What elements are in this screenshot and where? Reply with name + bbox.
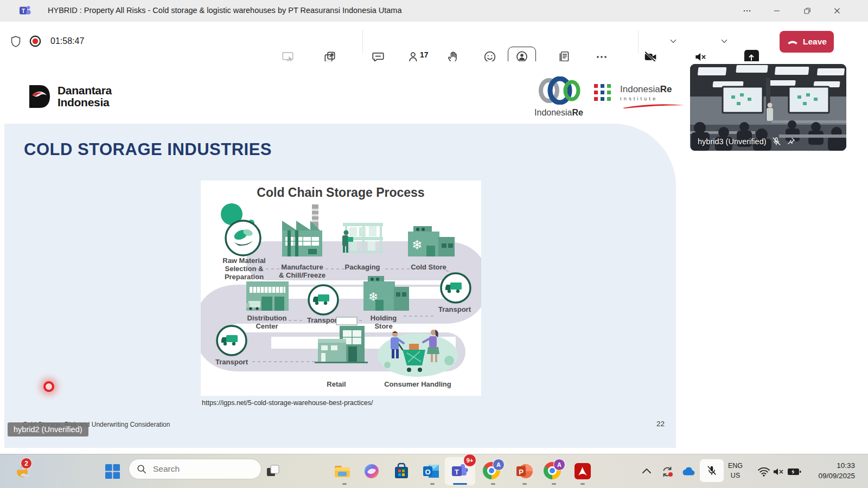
stage-label: Manufacture xyxy=(281,263,323,271)
onedrive-icon[interactable] xyxy=(681,466,695,477)
indonesiare-word: Indonesia xyxy=(534,108,572,117)
indonesiare-rings-icon xyxy=(533,76,585,105)
teams-taskbar-button[interactable]: T 9+ xyxy=(445,457,475,485)
tray-expand-chevron-icon[interactable] xyxy=(642,467,652,475)
minimize-button[interactable] xyxy=(769,3,785,18)
language-code: ENG xyxy=(728,461,743,471)
laser-pointer-dot xyxy=(43,381,54,392)
task-view-icon[interactable] xyxy=(266,464,280,478)
minimize-icon xyxy=(773,7,781,15)
stage-label: Transport xyxy=(215,358,248,366)
windows-taskbar: 2 xyxy=(0,454,868,488)
indonesiare-logo: IndonesiaRe xyxy=(532,76,586,118)
taskbar-search[interactable] xyxy=(129,459,261,479)
tray-mic-muted-button[interactable] xyxy=(700,459,724,482)
start-button-icon[interactable] xyxy=(105,464,120,479)
danantara-wordmark-line1: Danantara xyxy=(58,85,112,97)
hang-up-icon xyxy=(787,36,799,48)
shared-screen: Danantara Indonesia IndonesiaRe Indonesi… xyxy=(0,61,868,454)
wifi-icon[interactable] xyxy=(757,466,770,477)
clock[interactable]: 10:33 09/09/2025 xyxy=(797,460,855,481)
pin-icon[interactable] xyxy=(786,137,796,146)
slide-page-number: 22 xyxy=(656,420,665,428)
running-indicator xyxy=(580,483,585,485)
institute-sub: Institute xyxy=(620,95,685,101)
meeting-timer: 01:58:47 xyxy=(50,36,84,46)
active-app-indicator xyxy=(453,483,467,485)
danantara-mark-icon xyxy=(27,84,52,109)
restore-button[interactable] xyxy=(799,3,815,18)
ellipsis-icon xyxy=(743,7,751,15)
close-icon xyxy=(833,7,841,15)
diagram-title: Cold Chain Storage Process xyxy=(257,185,424,200)
tray-time: 10:33 xyxy=(797,460,855,471)
weather-widget[interactable]: 2 xyxy=(12,460,36,484)
shield-icon[interactable] xyxy=(10,35,22,48)
powerpoint-icon[interactable]: P xyxy=(515,462,534,480)
stage-label: & Chill/Freeze xyxy=(279,271,326,279)
profile-badge: A xyxy=(553,459,565,471)
window-more-button[interactable] xyxy=(739,3,755,18)
chrome-icon[interactable]: A xyxy=(483,462,501,480)
institute-dots-icon xyxy=(594,84,616,102)
stage-label: Center xyxy=(256,322,278,330)
indonesiare-institute-logo: IndonesiaRe Institute xyxy=(594,84,685,111)
teams-notification-badge: 9+ xyxy=(463,454,476,467)
stage-label: Packaging xyxy=(344,263,380,271)
stage-label: Holding xyxy=(371,314,397,322)
tray-mic-off-icon xyxy=(706,465,718,477)
svg-text:O: O xyxy=(425,468,430,476)
stage-label: Cold Store xyxy=(411,263,446,271)
search-input[interactable] xyxy=(152,464,241,474)
mic-chevron-down-icon[interactable] xyxy=(720,37,729,46)
svg-text:P: P xyxy=(519,468,524,476)
restore-icon xyxy=(803,7,811,15)
meeting-toolbar: 01:58:47 Take control Pop out Chat Peopl… xyxy=(0,22,868,62)
snowflake-icon: ❄ xyxy=(412,237,423,252)
indonesiare-re: Re xyxy=(572,108,583,117)
running-indicator xyxy=(552,483,556,485)
window-title: HYBRID : Property All Risks - Cold stora… xyxy=(48,6,402,15)
cold-chain-diagram-image: Cold Chain Storage Process xyxy=(201,181,481,396)
outlook-icon[interactable]: O xyxy=(422,462,441,480)
stage-label: Store xyxy=(374,322,392,330)
mic-off-icon xyxy=(771,137,781,146)
region-code: US xyxy=(728,471,743,480)
stage-label: Selection & xyxy=(225,265,264,273)
stage-label: Transport xyxy=(438,305,471,313)
people-count: 17 xyxy=(420,50,429,59)
profile-badge: A xyxy=(493,459,505,471)
tray-date: 09/09/2025 xyxy=(797,471,855,481)
stage-label: Retail xyxy=(327,380,346,388)
microsoft-store-icon[interactable] xyxy=(392,462,411,480)
file-explorer-icon[interactable] xyxy=(333,462,352,480)
stage-label: Transport xyxy=(307,316,340,324)
participant-floating-label: hybrid2 (Unverified) xyxy=(8,422,88,436)
search-icon xyxy=(137,464,146,474)
running-indicator xyxy=(522,483,527,485)
leave-button[interactable]: Leave xyxy=(780,31,834,53)
volume-muted-icon[interactable] xyxy=(773,466,786,477)
camera-chevron-down-icon[interactable] xyxy=(669,37,678,46)
institute-word: Indonesia xyxy=(620,84,660,94)
leave-label: Leave xyxy=(803,37,827,47)
title-bar: T HYBRID : Property All Risks - Cold sto… xyxy=(0,0,868,22)
teams-logo-icon: T xyxy=(20,5,31,17)
transport-truck-icon xyxy=(441,273,470,303)
participant-video-tile[interactable]: hybrid3 (Unverified) xyxy=(690,64,846,151)
sync-icon[interactable] xyxy=(661,465,674,478)
chrome-icon-second[interactable]: A xyxy=(544,462,562,480)
stage-label: Preparation xyxy=(225,273,264,281)
language-indicator[interactable]: ENG US xyxy=(728,461,743,480)
snowflake-icon: ❄ xyxy=(368,290,378,304)
transport-truck-icon xyxy=(217,326,246,355)
copilot-icon[interactable] xyxy=(362,462,381,480)
running-indicator xyxy=(430,483,435,485)
cold-chain-diagram: Cold Chain Storage Process xyxy=(201,181,481,396)
acrobat-icon[interactable] xyxy=(573,462,592,480)
close-button[interactable] xyxy=(829,3,845,18)
recording-indicator-icon xyxy=(29,35,42,48)
weather-badge: 2 xyxy=(21,458,32,469)
stage-label: Consumer Handling xyxy=(384,380,451,388)
institute-re: Re xyxy=(660,84,672,94)
